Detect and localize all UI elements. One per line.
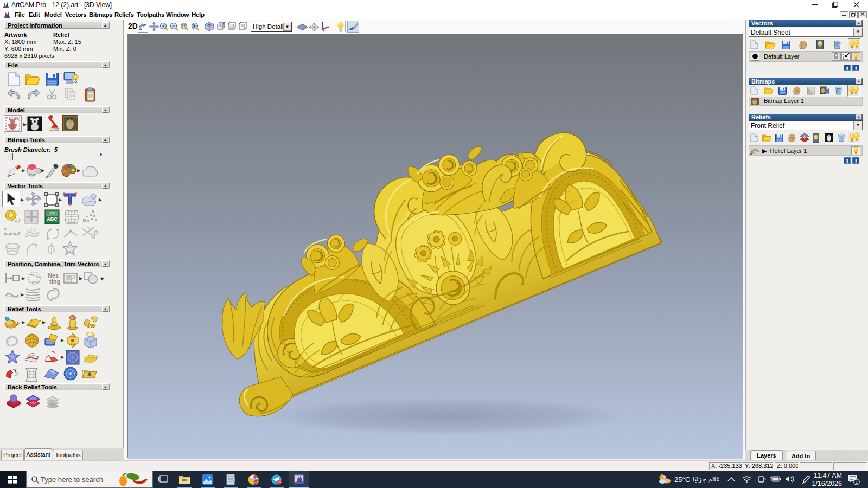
svg-text:ABC: ABC (47, 216, 58, 222)
svg-text:ting: ting (49, 278, 60, 285)
svg-text:.05: .05 (277, 481, 281, 484)
svg-text:1: 1 (856, 480, 858, 485)
svg-text:a curve: a curve (29, 280, 40, 284)
svg-text:text on: text on (30, 272, 40, 279)
